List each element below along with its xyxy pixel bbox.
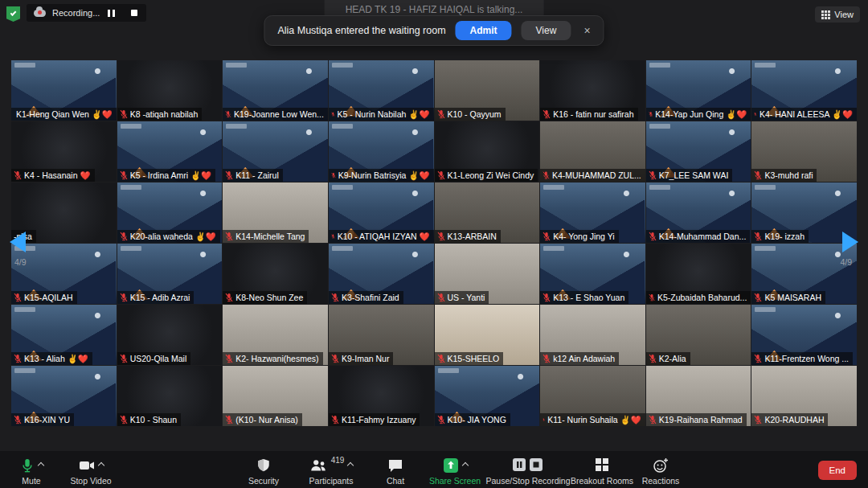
muted-mic-icon — [649, 170, 657, 180]
virtual-background-logo — [332, 185, 353, 190]
admit-button[interactable]: Admit — [456, 21, 512, 40]
view-button[interactable]: View — [815, 6, 860, 23]
participant-name: K10 - Qayyum — [448, 109, 502, 119]
participant-tile[interactable]: K19-Joanne Low Wen... — [223, 60, 328, 121]
participant-tile[interactable]: K14-Yap Jun Qing ✌️❤️ — [646, 60, 751, 121]
view-waiting-room-button[interactable]: View — [522, 21, 571, 40]
participant-tile[interactable]: K14-Michelle Tang — [223, 182, 328, 243]
participant-tile[interactable]: K19-Raihana Rahmad — [646, 366, 751, 426]
participant-tile[interactable]: -nisa — [11, 182, 117, 243]
participant-tile[interactable]: (K10- Nur Anisa) — [223, 366, 328, 426]
participant-tile[interactable]: K15-AQILAH — [11, 244, 117, 304]
participant-tile[interactable]: K5 MAISARAH — [751, 244, 857, 304]
participant-tile[interactable]: K3-Shafini Zaid — [329, 244, 434, 304]
participants-button[interactable]: 419 Participants — [296, 457, 366, 486]
participant-tile[interactable]: K4- Yong Jing Yi — [540, 182, 645, 243]
participant-tile[interactable]: K11 - Zairul — [223, 121, 328, 182]
muted-mic-icon — [542, 109, 551, 119]
participant-tile[interactable]: K20-alia waheda ✌️❤️ — [117, 182, 223, 243]
participant-nameplate: K2-Alia — [646, 352, 690, 365]
pause-recording-button[interactable] — [106, 8, 117, 18]
participant-tile[interactable]: K13 - E Shao Yuan — [540, 244, 645, 304]
video-options-caret[interactable] — [97, 462, 104, 469]
chat-button[interactable]: Chat — [371, 457, 420, 486]
previous-page-arrow[interactable] — [10, 232, 26, 252]
participant-nameplate: k12 Ain Adawiah — [540, 352, 619, 365]
participant-name: K11-Fahmy Izzuany — [342, 415, 416, 424]
close-icon[interactable]: × — [580, 24, 593, 37]
participant-tile[interactable]: K5 - Irdina Amri ✌️❤️ — [117, 121, 223, 182]
participant-nameplate: K10 - Qayyum — [435, 108, 506, 121]
participant-tile[interactable]: K8 -atiqah nabilah — [117, 60, 223, 121]
participant-tile[interactable]: k12 Ain Adawiah — [540, 305, 645, 365]
next-page-arrow[interactable] — [842, 232, 858, 252]
participant-tile[interactable]: K11- Nurin Suhaila ✌️❤️ — [540, 366, 645, 426]
participant-tile[interactable]: K16 - fatin nur safirah — [540, 60, 645, 121]
mute-options-caret[interactable] — [37, 462, 43, 469]
share-screen-icon — [443, 457, 459, 474]
participant-tile[interactable]: K9-Iman Nur — [329, 305, 434, 365]
participant-tile[interactable]: K5 - Nurin Nabilah ✌️❤️ — [329, 60, 434, 121]
participant-tile[interactable]: K10 - Shaun — [117, 366, 223, 426]
stop-video-button[interactable]: Stop Video — [58, 457, 124, 486]
participant-tile[interactable]: K9-Nurin Batrisyia ✌️❤️ — [329, 121, 434, 182]
participant-tile[interactable]: K2- Hazwani(hesmes) — [223, 305, 328, 365]
pause-stop-recording-button[interactable]: Pause/Stop Recording — [481, 457, 575, 486]
participant-tile[interactable]: K4- HANI ALEESA ✌️❤️ — [751, 60, 857, 121]
participant-name: K4-MUHAMMAD ZUL... — [552, 170, 641, 180]
participant-tile[interactable]: K11-Fahmy Izzuany — [329, 366, 434, 426]
participant-name: K9-Iman Nur — [342, 354, 390, 363]
participant-tile[interactable]: K10 - ATIQAH IZYAN ❤️ — [329, 182, 434, 243]
participant-name: k12 Ain Adawiah — [553, 354, 615, 363]
muted-mic-icon — [437, 415, 445, 424]
participant-name: K19-Joanne Low Wen... — [234, 109, 324, 119]
virtual-background-logo — [649, 185, 670, 190]
participant-tile[interactable]: K15-SHEELO — [435, 305, 540, 365]
reactions-button[interactable]: Reactions — [635, 457, 686, 486]
participant-name: K16-XIN YU — [24, 415, 70, 424]
breakout-rooms-button[interactable]: Breakout Rooms — [564, 457, 640, 486]
muted-mic-icon — [225, 293, 233, 302]
participant-tile[interactable]: K5-Zubaidah Baharud... — [646, 244, 751, 304]
muted-mic-icon — [542, 232, 551, 241]
participant-tile[interactable]: K15 - Adib Azrai — [117, 244, 223, 304]
muted-mic-icon — [120, 354, 128, 363]
chat-bubble-icon — [387, 457, 403, 474]
participant-tile[interactable]: K14-Muhammad Dan... — [646, 182, 751, 243]
end-meeting-button[interactable]: End — [818, 461, 857, 480]
security-label: Security — [248, 476, 279, 486]
participants-options-caret[interactable] — [347, 462, 354, 469]
participant-tile[interactable]: K4-MUHAMMAD ZUL... — [540, 121, 645, 182]
participant-nameplate: K9-Iman Nur — [329, 352, 394, 365]
participant-tile[interactable]: K3-muhd rafi — [751, 121, 857, 182]
virtual-background-logo — [755, 185, 776, 190]
muted-mic-icon — [14, 170, 22, 180]
virtual-background-logo — [543, 185, 564, 190]
virtual-background-logo — [649, 63, 670, 68]
participant-tile[interactable]: K1-Heng Qian Wen ✌️❤️ — [11, 60, 117, 121]
participant-tile[interactable]: K7_LEE SAM WAI — [646, 121, 751, 182]
stop-recording-button[interactable] — [129, 8, 139, 18]
participant-name: K3-muhd rafi — [764, 170, 813, 180]
participant-tile[interactable]: K13 - Aliah ✌️❤️ — [11, 305, 117, 365]
security-button[interactable]: Security — [238, 457, 289, 486]
participant-tile[interactable]: K10- JIA YONG — [435, 366, 540, 426]
participant-tile[interactable]: K2-Alia — [646, 305, 751, 365]
participant-tile[interactable]: US20-Qila Mail — [117, 305, 223, 365]
participant-tile[interactable]: K11-Frentzen Wong ... — [751, 305, 857, 365]
muted-mic-icon — [120, 232, 128, 241]
participant-tile[interactable]: US - Yanti — [435, 244, 540, 304]
participant-tile[interactable]: K13-ARBAIN — [435, 182, 540, 243]
share-options-caret[interactable] — [461, 462, 468, 469]
stop-video-label: Stop Video — [70, 476, 111, 486]
participant-tile[interactable]: K1-Leong Zi Wei Cindy — [435, 121, 540, 182]
participant-tile[interactable]: K10 - Qayyum — [435, 60, 540, 121]
participant-tile[interactable]: K8-Neo Shun Zee — [223, 244, 328, 304]
participant-tile[interactable]: K20-RAUDHAH — [751, 366, 857, 426]
participant-tile[interactable]: K16-XIN YU — [11, 366, 117, 426]
participant-tile[interactable]: K19- izzah — [751, 182, 857, 243]
participant-tile[interactable]: K4 - Hasanain ❤️ — [11, 121, 117, 182]
participants-label: Participants — [309, 476, 354, 486]
mute-button[interactable]: Mute — [6, 457, 56, 486]
participant-nameplate: K14-Michelle Tang — [223, 230, 309, 243]
